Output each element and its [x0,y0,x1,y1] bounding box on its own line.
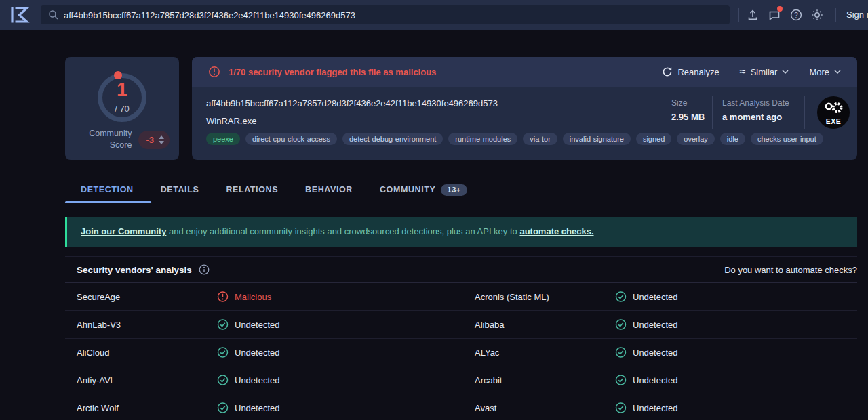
file-size-block: Size 2.95 MB [671,98,705,122]
vendor-name: ALYac [475,348,499,358]
alert-icon [208,66,220,78]
topbar-divider [738,8,739,22]
file-tags: peexe direct-cpu-clock-access detect-deb… [206,133,823,145]
upload-button[interactable] [746,8,760,22]
detections-total: / 70 [65,104,179,114]
status-label: Undetected [633,403,678,413]
help-icon: ? [789,8,803,22]
tab-details-label: DETAILS [161,177,199,203]
community-score-badge: -3 [138,131,170,149]
status-label: Undetected [633,320,678,330]
chevron-down-icon [782,70,789,74]
vendor-status: Undetected [615,402,678,414]
help-button[interactable]: ? [789,8,803,22]
upload-icon [746,8,760,22]
tag-pill[interactable]: signed [636,133,671,145]
similar-button[interactable]: ≈ Similar [740,67,789,77]
tab-behavior-label: BEHAVIOR [305,177,353,203]
vote-up-icon[interactable] [159,135,164,139]
tab-behavior[interactable]: BEHAVIOR [305,177,353,203]
status-label: Undetected [235,375,280,385]
tab-community-label: COMMUNITY [380,177,435,203]
tag-pill[interactable]: direct-cpu-clock-access [245,133,337,145]
table-row: Antiy-AVL Undetected Arcabit Undetected [65,366,857,394]
file-actions: Reanalyze ≈ Similar More [662,66,841,77]
report-tabs: DETECTION DETAILS RELATIONS BEHAVIOR COM… [65,177,857,203]
automate-checks-prompt[interactable]: Do you want to automate checks? [724,265,857,275]
community-score-stepper[interactable] [159,135,164,144]
table-row: SecureAge Malicious Acronis (Static ML) … [65,283,857,311]
tab-detection[interactable]: DETECTION [81,177,134,203]
search-bar [41,5,730,24]
meta-divider [712,96,713,129]
status-label: Undetected [235,320,280,330]
more-label: More [809,67,829,77]
vendor-status: Undetected [217,402,280,414]
vendor-status: Undetected [615,319,678,331]
undetected-icon [615,291,627,303]
sign-in-link[interactable]: Sign in [846,9,868,20]
malicious-icon [217,291,229,303]
reanalyze-label: Reanalyze [677,67,719,77]
tag-pill[interactable]: peexe [206,133,240,145]
join-community-link[interactable]: Join our Community [81,226,166,236]
virustotal-logo[interactable] [9,5,30,25]
vendor-name: Arcabit [475,375,502,385]
size-value: 2.95 MB [671,112,705,122]
vendors-analysis-header: Security vendors' analysis Do you want t… [65,256,857,282]
theme-toggle-button[interactable] [810,8,824,22]
vendor-name: Alibaba [475,320,504,330]
info-icon [199,264,210,275]
feedback-button[interactable] [768,8,781,22]
status-label: Undetected [235,403,280,413]
malicious-warning-bar: 1/70 security vendor flagged this file a… [192,57,857,87]
info-button[interactable] [199,264,210,275]
vendor-name: SecureAge [77,292,120,302]
tag-pill[interactable]: checks-user-input [751,133,823,145]
sun-icon [810,8,824,22]
more-button[interactable]: More [809,67,841,77]
tag-pill[interactable]: detect-debug-environment [342,133,443,145]
community-score-value: -3 [146,135,154,145]
virustotal-file-report: ? Sign in 1 / 70 Community Score [0,0,868,420]
tag-pill[interactable]: via-tor [523,133,557,145]
undetected-icon [615,319,627,331]
vendor-status: Undetected [217,319,280,331]
tag-pill[interactable]: idle [720,133,745,145]
tag-pill[interactable]: runtime-modules [448,133,517,145]
tab-details[interactable]: DETAILS [161,177,199,203]
reanalyze-button[interactable]: Reanalyze [662,66,719,77]
tab-relations[interactable]: RELATIONS [226,177,278,203]
vendor-status: Undetected [615,291,678,303]
vendor-status: Undetected [217,375,280,386]
virustotal-logo-icon [9,5,30,25]
vendor-name: Avast [475,403,496,413]
vendor-name: AliCloud [77,348,109,358]
file-sha256: aff4bb9b15bccff67a112a7857d28d3f2f436e2e… [206,98,498,108]
tag-pill[interactable]: overlay [677,133,714,145]
community-score-row: Community Score -3 [65,128,179,151]
notification-dot [777,6,783,12]
size-label: Size [671,98,705,108]
undetected-icon [217,402,229,414]
automate-checks-link[interactable]: automate checks. [519,226,593,236]
tag-pill[interactable]: invalid-signature [563,133,631,145]
topbar: ? Sign in [0,0,868,30]
similar-label: Similar [751,67,778,77]
status-label: Malicious [235,292,271,302]
vendor-status: Undetected [615,375,678,386]
vendor-name: Arctic Wolf [77,403,119,413]
reanalyze-icon [662,66,673,77]
meta-divider [660,96,660,129]
tab-community[interactable]: COMMUNITY 13+ [380,177,467,203]
status-label: Undetected [633,292,678,302]
undetected-icon [615,402,627,414]
search-input[interactable] [64,5,715,24]
undetected-icon [217,347,229,358]
vendor-status: Undetected [615,347,678,358]
undetected-icon [615,347,627,358]
meta-divider [804,96,805,129]
undetected-icon [217,375,229,386]
vendors-analysis-title: Security vendors' analysis [77,265,192,275]
vote-down-icon[interactable] [159,141,164,144]
